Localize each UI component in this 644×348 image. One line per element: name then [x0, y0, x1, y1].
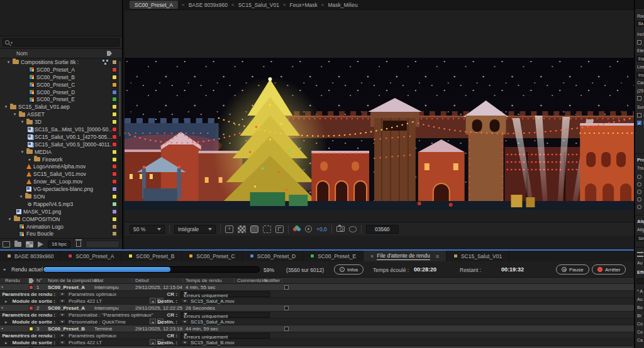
project-item-comp[interactable]: SC00_Preset_C — [0, 81, 122, 89]
project-item-comp[interactable]: SC00_Preset_B — [0, 73, 122, 81]
magnification-select[interactable]: 50 % — [130, 225, 165, 234]
label-swatch[interactable] — [112, 202, 117, 207]
preview-checkbox[interactable] — [637, 113, 641, 117]
project-item-folder[interactable]: ▸Firework — [0, 156, 122, 163]
effects-category[interactable]: * A — [637, 289, 643, 293]
project-item-footage[interactable]: SC15_Salut_V00.1_[4270-5050].png — [0, 133, 122, 141]
exposure-icon[interactable] — [305, 226, 312, 232]
queue-table-header[interactable]: Rendu N° Nom de la composition Etat Débu… — [0, 278, 634, 284]
log-select[interactable]: Erreurs uniquement — [180, 333, 270, 339]
chevron-down-icon[interactable] — [58, 333, 66, 338]
stop-button[interactable]: Arrêter — [592, 264, 626, 275]
project-item-folder[interactable]: ▾MEDIA — [0, 148, 122, 156]
twirl-icon[interactable]: ▾ — [19, 194, 23, 199]
label-swatch[interactable] — [112, 164, 117, 169]
twirl-icon[interactable]: ▾ — [1, 305, 3, 312]
project-item-image[interactable]: MASK_V01.png — [0, 208, 122, 215]
twirl-icon[interactable]: ▾ — [8, 217, 12, 222]
project-item-folder[interactable]: ▾COMPOSITION — [0, 215, 122, 223]
output-module-row[interactable]: ▸ Module de sortie : Personnalisé : Quic… — [0, 318, 634, 325]
output-module-row[interactable]: ▸ Module de sortie : ProRes 422 LT + − D… — [0, 298, 634, 305]
output-module-row[interactable]: ▸ Module de sortie : ProRes 422 LT + − D… — [0, 339, 634, 346]
twirl-icon[interactable]: ▾ — [1, 325, 3, 332]
stopwatch-icon[interactable] — [637, 197, 641, 202]
label-swatch[interactable] — [29, 285, 33, 290]
render-item-row[interactable]: ▾ 3 SC00_Preset_B Terminé 29/11/2025, 12… — [0, 325, 634, 332]
tab-composition[interactable]: BASE 8039x960 — [0, 251, 61, 261]
stopwatch-icon[interactable] — [637, 190, 641, 194]
log-select[interactable]: Erreurs uniquement — [180, 312, 270, 318]
project-item-comp[interactable]: SC00_Preset_A — [0, 66, 122, 73]
twirl-icon[interactable]: ▾ — [6, 60, 11, 65]
label-swatch[interactable] — [112, 75, 117, 80]
close-icon[interactable]: × — [370, 253, 374, 259]
tab-composition[interactable]: SC00_Preset_A — [61, 251, 121, 261]
preview-playfrom-select[interactable]: Ins — [636, 72, 644, 78]
label-swatch[interactable] — [112, 90, 117, 95]
add-output-button[interactable]: + — [150, 318, 156, 324]
project-item-folder[interactable]: ▾3D — [0, 118, 122, 126]
preview-range-select[interactable]: Esp — [636, 56, 644, 62]
crumb-item[interactable]: SC15_Salut_V01 — [238, 2, 279, 8]
label-swatch[interactable] — [112, 194, 117, 199]
tab-composition[interactable]: SC00_Preset_C — [182, 251, 242, 261]
label-swatch[interactable] — [112, 157, 117, 162]
chevron-down-icon[interactable] — [58, 298, 66, 303]
twirl-icon[interactable]: ▸ — [28, 157, 32, 162]
stopwatch-icon[interactable] — [637, 175, 641, 179]
project-item-audio[interactable]: RappelV4.5.mp3 — [0, 200, 122, 208]
show-snapshot-icon[interactable] — [349, 226, 357, 232]
panel-menu-icon[interactable]: ≡ — [436, 253, 439, 259]
project-item-image[interactable]: VG-spectacles-blanc.png — [0, 185, 122, 193]
tab-composition[interactable]: SC00_Preset_B — [121, 251, 182, 261]
project-settings-icon[interactable] — [38, 241, 43, 247]
effects-category[interactable]: Au — [637, 297, 643, 302]
label-swatch[interactable] — [112, 127, 117, 132]
add-output-button[interactable]: + — [150, 339, 156, 345]
crumb-item[interactable]: BASE 8039x960 — [189, 2, 228, 8]
twirl-icon[interactable]: ▸ — [4, 267, 6, 272]
project-search-input[interactable]: ▾ — [3, 38, 119, 46]
project-item-folder[interactable]: ▾SC15_Salut_V01.aep — [0, 103, 122, 111]
project-item-comp[interactable]: Animation Logo — [0, 223, 122, 231]
infos-button[interactable]: i Infos — [334, 264, 364, 275]
snapshot-icon[interactable] — [336, 226, 345, 232]
chevron-down-icon[interactable] — [58, 319, 66, 324]
label-swatch[interactable] — [112, 179, 117, 184]
crumb-item[interactable]: Feux+Mask — [290, 2, 318, 8]
notify-checkbox[interactable] — [284, 285, 289, 290]
output-file-link[interactable]: SC15_Salut_B.mov — [191, 339, 235, 346]
pause-button[interactable]: Pause — [556, 264, 589, 275]
label-swatch[interactable] — [112, 187, 117, 192]
guides-options-icon[interactable] — [275, 226, 284, 233]
resolution-select[interactable]: Intégrale — [174, 225, 216, 234]
tab-active-composition[interactable]: SC00_Preset_A — [130, 1, 178, 9]
chevron-down-icon[interactable] — [181, 319, 189, 324]
twirl-icon[interactable]: ▾ — [20, 119, 25, 124]
twirl-icon[interactable]: ▾ — [20, 150, 25, 155]
twirl-icon[interactable]: ▾ — [1, 284, 3, 291]
effects-category[interactable]: Br — [637, 313, 641, 318]
add-output-button[interactable]: + — [150, 298, 156, 303]
effects-category[interactable]: Co — [637, 330, 643, 334]
label-swatch[interactable] — [112, 142, 117, 147]
interpret-footage-icon[interactable] — [3, 241, 10, 247]
transparency-grid-icon[interactable] — [238, 226, 246, 233]
align-target-select[interactable]: Sél — [636, 236, 644, 241]
label-swatch[interactable] — [112, 150, 117, 155]
effects-category[interactable]: Ca — [637, 338, 643, 342]
label-swatch[interactable] — [112, 82, 117, 87]
label-swatch[interactable] — [112, 119, 117, 124]
chevron-down-icon[interactable] — [181, 298, 189, 303]
mask-visibility-icon[interactable] — [250, 226, 258, 233]
effects-category[interactable]: Co — [637, 322, 643, 326]
stopwatch-icon[interactable] — [637, 182, 641, 187]
zoom-region-icon[interactable] — [225, 226, 233, 233]
chevron-down-icon[interactable] — [58, 312, 66, 317]
new-folder-icon[interactable] — [14, 242, 21, 247]
project-item-comp[interactable]: SC00_Preset_E — [0, 95, 122, 103]
project-item-comp[interactable]: SC00_Preset_D — [0, 89, 122, 96]
label-swatch[interactable] — [112, 112, 117, 117]
notify-checkbox[interactable] — [284, 327, 289, 331]
label-swatch[interactable] — [112, 224, 117, 229]
